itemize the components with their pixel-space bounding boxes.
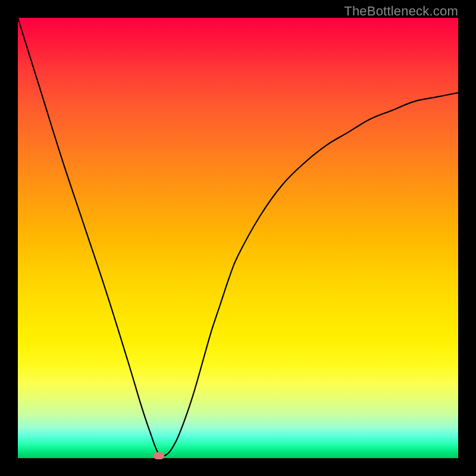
curve-path [18, 18, 458, 456]
minimum-marker [154, 452, 164, 459]
chart-plot-area [18, 18, 458, 458]
bottleneck-curve [18, 18, 458, 458]
watermark-text: TheBottleneck.com [344, 4, 458, 19]
chart-frame: TheBottleneck.com [0, 0, 476, 476]
